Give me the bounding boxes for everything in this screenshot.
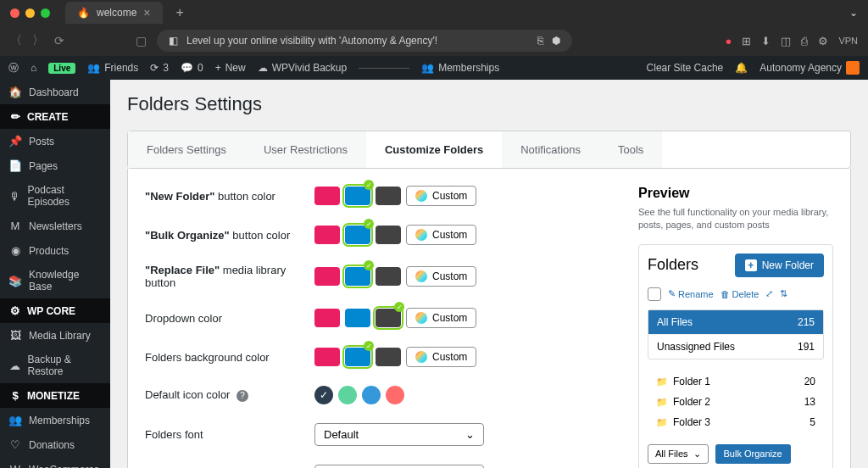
shield-icon[interactable]: ⬢ xyxy=(552,35,560,47)
reload-button[interactable]: ⟳ xyxy=(54,34,64,47)
close-tab-icon[interactable]: × xyxy=(143,6,150,20)
clear-cache-link[interactable]: Clear Site Cache xyxy=(647,62,724,74)
wp-admin-bar: ⓦ ⌂ Live 👥 Friends ⟳ 3 💬 0 + New ☁ WPViv… xyxy=(0,56,868,80)
help-icon[interactable]: ? xyxy=(236,390,248,402)
folder-row[interactable]: 📁Folder 120 xyxy=(648,371,824,392)
swatch-blue[interactable] xyxy=(345,187,370,205)
maximize-window[interactable] xyxy=(41,8,50,18)
comments-link[interactable]: 💬 0 xyxy=(181,62,203,74)
new-folder-button[interactable]: +New Folder xyxy=(735,254,824,277)
font-select[interactable]: Default⌄ xyxy=(314,423,484,446)
bulk-organize-button[interactable]: Bulk Organize xyxy=(715,444,791,464)
user-menu[interactable]: Autonomy Agency xyxy=(760,61,860,75)
tab-notifications[interactable]: Notifications xyxy=(502,131,599,168)
sidebar-posts[interactable]: 📌Posts xyxy=(0,129,110,153)
folder-icon: 📁 xyxy=(656,397,668,407)
delete-button[interactable]: 🗑Delete xyxy=(721,289,760,299)
swatch-dark[interactable] xyxy=(376,267,401,286)
back-button[interactable]: 〈 xyxy=(10,33,22,48)
minimize-window[interactable] xyxy=(25,8,35,18)
tab-customize-folders[interactable]: Customize Folders xyxy=(366,131,502,168)
blank-link[interactable] xyxy=(359,68,409,69)
select-all-checkbox[interactable] xyxy=(648,287,661,301)
sidebar-kb[interactable]: 📚Knowledge Base xyxy=(0,263,110,298)
sidebar-dashboard[interactable]: 🏠Dashboard xyxy=(0,80,110,104)
tab-title: welcome xyxy=(97,7,136,19)
settings-icon[interactable]: ⚙ xyxy=(818,35,828,47)
reader-icon[interactable]: ⎘ xyxy=(537,35,543,47)
sidebar-memberships[interactable]: 👥Memberships xyxy=(0,408,110,432)
circle-green[interactable] xyxy=(338,386,357,404)
vpn-badge[interactable]: VPN xyxy=(838,36,858,46)
settings-column: "New Folder" button color Custom "Bulk O… xyxy=(145,186,618,468)
custom-color-button[interactable]: Custom xyxy=(406,225,476,245)
swatch-blue[interactable] xyxy=(345,226,370,244)
friends-link[interactable]: 👥 Friends xyxy=(87,62,138,74)
custom-color-button[interactable]: Custom xyxy=(406,347,476,367)
sidebar-woo[interactable]: WWooCommerce xyxy=(0,457,110,468)
circle-navy[interactable]: ✓ xyxy=(314,386,333,404)
swatch-pink[interactable] xyxy=(314,226,340,244)
sidebar-products[interactable]: ◉Products xyxy=(0,238,110,263)
tab-folders-settings[interactable]: Folders Settings xyxy=(128,131,245,168)
close-window[interactable] xyxy=(10,8,19,18)
cloud-icon: ☁ xyxy=(8,359,20,372)
sidebar-backup[interactable]: ☁Backup & Restore xyxy=(0,348,110,383)
custom-color-button[interactable]: Custom xyxy=(406,266,476,287)
browser-tab[interactable]: 🔥 welcome × xyxy=(65,2,163,24)
swatch-dark[interactable] xyxy=(376,187,401,205)
unassigned-row[interactable]: Unassigned Files191 xyxy=(648,335,823,359)
circle-red[interactable] xyxy=(386,386,404,404)
extension-icon[interactable]: ⊞ xyxy=(742,35,751,47)
screenshot-icon[interactable]: ⎙ xyxy=(801,35,808,47)
expand-button[interactable]: ⤢ xyxy=(765,288,773,299)
sidebar-icon[interactable]: ◫ xyxy=(781,35,791,47)
new-link[interactable]: + New xyxy=(215,62,246,74)
size-select[interactable]: Medium⌄ xyxy=(314,465,484,468)
swatch-dark[interactable] xyxy=(376,226,401,244)
sidebar-newsletters[interactable]: MNewsletters xyxy=(0,214,110,238)
page-title: Folders Settings xyxy=(127,93,851,115)
swatch-pink[interactable] xyxy=(314,187,340,205)
sort-button[interactable]: ⇅ xyxy=(780,288,787,299)
circle-blue[interactable] xyxy=(362,386,381,404)
sidebar-monetize-header[interactable]: $MONETIZE xyxy=(0,383,110,408)
swatch-blue[interactable] xyxy=(345,348,370,366)
new-tab-button[interactable]: + xyxy=(176,5,184,20)
swatch-pink[interactable] xyxy=(314,267,340,286)
wp-logo-icon[interactable]: ⓦ xyxy=(8,61,19,75)
download-icon[interactable]: ⬇ xyxy=(761,35,771,47)
all-files-row[interactable]: All Files215 xyxy=(648,310,823,335)
custom-color-button[interactable]: Custom xyxy=(406,186,476,206)
tab-user-restrictions[interactable]: User Restrictions xyxy=(245,131,366,168)
bookmark-icon[interactable]: ▢ xyxy=(136,34,147,47)
swatch-dark[interactable] xyxy=(376,348,401,366)
address-bar[interactable]: ◧ Level up your online visibility with '… xyxy=(157,30,572,52)
record-icon[interactable]: ● xyxy=(726,35,732,47)
sidebar-pages[interactable]: 📄Pages xyxy=(0,153,110,178)
folder-row[interactable]: 📁Folder 35 xyxy=(648,412,824,432)
notification-icon[interactable]: 🔔 xyxy=(735,62,748,74)
filter-dropdown[interactable]: All Files⌄ xyxy=(648,444,709,464)
sidebar-wpcore-header[interactable]: ⚙WP CORE xyxy=(0,298,110,323)
mic-icon: 🎙 xyxy=(8,190,21,203)
swatch-pink[interactable] xyxy=(314,348,340,366)
swatch-pink[interactable] xyxy=(314,309,340,327)
swatch-blue[interactable] xyxy=(345,309,370,327)
custom-color-button[interactable]: Custom xyxy=(406,308,476,328)
sidebar-donations[interactable]: ♡Donations xyxy=(0,432,110,457)
wpvivid-link[interactable]: ☁ WPVivid Backup xyxy=(258,62,347,74)
sidebar-create-header[interactable]: ✏CREATE xyxy=(0,104,110,129)
forward-button[interactable]: 〉 xyxy=(32,33,44,48)
refresh-link[interactable]: ⟳ 3 xyxy=(150,62,169,74)
sidebar-media[interactable]: 🖼Media Library xyxy=(0,323,110,348)
sidebar-podcast[interactable]: 🎙Podcast Episodes xyxy=(0,178,110,214)
swatch-blue[interactable] xyxy=(345,267,370,286)
rename-button[interactable]: ✎Rename xyxy=(668,288,714,299)
chevron-down-icon[interactable]: ⌄ xyxy=(849,7,858,19)
memberships-link[interactable]: 👥 Memberships xyxy=(421,62,499,74)
folder-row[interactable]: 📁Folder 213 xyxy=(648,392,824,412)
tab-tools[interactable]: Tools xyxy=(599,131,662,168)
swatch-dark[interactable] xyxy=(376,309,401,327)
home-icon[interactable]: ⌂ xyxy=(31,62,36,74)
